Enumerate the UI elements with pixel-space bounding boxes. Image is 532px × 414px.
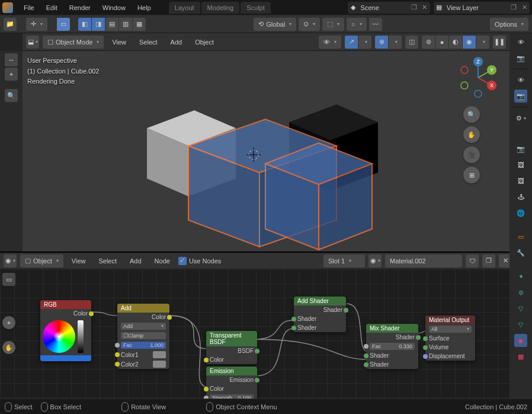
scene-delete-icon[interactable]: ✕ bbox=[419, 4, 430, 11]
vp-ortho-icon[interactable]: ⊞ bbox=[463, 167, 480, 183]
prop-texture-icon[interactable]: ▩ bbox=[514, 350, 527, 363]
prop-particles-icon[interactable]: ✦ bbox=[514, 270, 527, 283]
workspace-modeling[interactable]: Modeling bbox=[201, 2, 240, 14]
shading-rendered-icon[interactable]: ◉ bbox=[463, 36, 476, 49]
xray-toggle-icon[interactable]: ◫ bbox=[405, 36, 418, 49]
ne-menu-select[interactable]: Select bbox=[94, 257, 121, 265]
shading-dropdown-icon[interactable] bbox=[476, 36, 489, 49]
lt-transform-icon[interactable]: ↔ bbox=[5, 53, 18, 66]
prop-constraints-icon[interactable]: ▽ bbox=[514, 302, 527, 315]
vp-menu-object[interactable]: Object bbox=[190, 39, 219, 46]
node-mix-shader[interactable]: Mix Shader Shader Fac0.330 Shader Shader bbox=[366, 324, 418, 369]
snap-dropdown[interactable]: ⬚ bbox=[322, 18, 344, 31]
cursor-tool-dropdown[interactable]: ✛ bbox=[26, 18, 47, 31]
outliner-eye2-icon[interactable]: 👁 bbox=[514, 74, 527, 87]
prop-object-icon[interactable]: ▭ bbox=[514, 230, 527, 243]
workspace-layout[interactable]: Layout bbox=[169, 2, 200, 14]
select-invert-icon[interactable]: ▥ bbox=[119, 18, 132, 31]
prop-physics-icon[interactable]: ⊚ bbox=[514, 286, 527, 299]
node-material-output[interactable]: Material Output All Surface Volume Displ… bbox=[425, 316, 475, 361]
ne-pan-icon[interactable]: ✋ bbox=[2, 341, 15, 354]
ne-menu-node[interactable]: Node bbox=[150, 257, 175, 265]
overlays-dropdown-icon[interactable] bbox=[389, 36, 402, 49]
node-rgb[interactable]: RGB Color bbox=[40, 300, 91, 361]
ne-add-icon[interactable]: + bbox=[2, 316, 15, 329]
viewport-3d[interactable]: User Perspective (1) Collection | Cube.0… bbox=[23, 51, 509, 251]
menu-render[interactable]: Render bbox=[63, 4, 97, 11]
prop-data-icon[interactable]: ▽ bbox=[514, 318, 527, 331]
misc-toggle-icon[interactable]: 〰 bbox=[369, 18, 382, 31]
select-extend-icon[interactable]: ◨ bbox=[92, 18, 105, 31]
prop-world-icon[interactable]: 🌐 bbox=[514, 206, 527, 219]
prop-render-icon[interactable]: 📷 bbox=[514, 142, 527, 155]
fake-user-icon[interactable]: 🛡 bbox=[466, 254, 479, 267]
vp-zoom-icon[interactable]: 🔍 bbox=[463, 106, 480, 123]
vp-camera-icon[interactable]: 🎥 bbox=[463, 147, 480, 163]
ne-shader-type[interactable]: ▢ Object bbox=[20, 254, 63, 267]
node-editor[interactable]: ▭ + ✋ RGB Color Add Color Add ☐ Clamp Fa… bbox=[0, 269, 509, 414]
use-nodes-toggle[interactable]: ✓ Use Nodes bbox=[178, 257, 221, 265]
ne-editor-type-icon[interactable]: ◉ bbox=[4, 254, 17, 267]
node-add-shader[interactable]: Add Shader Shader Shader Shader bbox=[294, 297, 346, 332]
prop-viewlayer-icon[interactable]: 🖼 bbox=[514, 174, 527, 187]
outliner-camera-icon[interactable]: 📷 bbox=[514, 52, 527, 65]
scene-name[interactable]: Scene bbox=[358, 4, 409, 11]
output-target-dropdown[interactable]: All bbox=[429, 326, 472, 333]
orientation-dropdown[interactable]: ⟲ Global bbox=[254, 18, 296, 31]
menu-help[interactable]: Help bbox=[132, 4, 157, 11]
pause-render-icon[interactable]: ❚❚ bbox=[493, 36, 506, 49]
viewlayer-name[interactable]: View Layer bbox=[444, 4, 508, 11]
rgb-swatch[interactable] bbox=[40, 355, 91, 361]
node-add-color[interactable]: Add Color Add ☐ Clamp Fac1.000 Color1 Co… bbox=[117, 304, 169, 369]
viewlayer-new-icon[interactable]: ❐ bbox=[508, 4, 519, 11]
shading-matpreview-icon[interactable]: ◐ bbox=[449, 36, 462, 49]
vp-menu-select[interactable]: Select bbox=[134, 39, 162, 46]
menu-edit[interactable]: Edit bbox=[40, 4, 63, 11]
mode-dropdown[interactable]: ▢ Object Mode bbox=[43, 36, 104, 49]
shading-solid-icon[interactable]: ● bbox=[435, 36, 448, 49]
gizmo-toggle-icon[interactable]: ↗ bbox=[345, 36, 358, 49]
workspace-sculpting[interactable]: Sculpt bbox=[241, 2, 271, 14]
outliner-camera2-icon[interactable]: 📷 bbox=[514, 90, 527, 103]
color1-swatch[interactable] bbox=[153, 351, 166, 358]
viewlayer-browse-icon[interactable]: ▦ bbox=[434, 4, 444, 11]
lt-cursor-icon[interactable]: ⌖ bbox=[5, 68, 18, 81]
new-material-icon[interactable]: ❐ bbox=[482, 254, 495, 267]
node-emission[interactable]: Emission Emission Color Strength0.100 bbox=[206, 367, 257, 403]
color2-swatch[interactable] bbox=[153, 361, 166, 368]
outliner-eye-icon[interactable]: 👁 bbox=[514, 36, 527, 49]
axis-gizmo[interactable]: X Y Z bbox=[457, 57, 499, 98]
pivot-dropdown[interactable]: ⊙ bbox=[299, 18, 320, 31]
ne-menu-view[interactable]: View bbox=[67, 257, 91, 265]
vp-pan-icon[interactable]: ✋ bbox=[463, 126, 480, 143]
scene-browse-icon[interactable]: ◆ bbox=[348, 4, 358, 11]
mix-fac-input[interactable]: Fac0.330 bbox=[370, 343, 415, 350]
editor-type-icon[interactable]: ⬓ bbox=[26, 36, 39, 49]
material-name-input[interactable]: Material.002 bbox=[385, 254, 462, 267]
ne-menu-add[interactable]: Add bbox=[125, 257, 146, 265]
visibility-dropdown[interactable]: 👁 bbox=[319, 36, 341, 49]
overlays-toggle-icon[interactable]: ⊕ bbox=[375, 36, 388, 49]
shading-wireframe-icon[interactable]: ⊚ bbox=[422, 36, 435, 49]
proportional-dropdown[interactable]: ○ bbox=[347, 18, 367, 31]
menu-file[interactable]: File bbox=[18, 4, 40, 11]
prop-material-icon[interactable]: ◉ bbox=[514, 334, 527, 347]
node-transparent-bsdf[interactable]: Transparent BSDF BSDF Color bbox=[206, 331, 257, 364]
options-dropdown[interactable]: Options bbox=[490, 18, 528, 31]
slot-dropdown[interactable]: Slot 1 bbox=[323, 254, 365, 267]
viewlayer-delete-icon[interactable]: ✕ bbox=[519, 4, 530, 11]
vp-menu-add[interactable]: Add bbox=[166, 39, 187, 46]
blend-mode-dropdown[interactable]: Add bbox=[121, 323, 166, 330]
material-browse-icon[interactable]: ◉ bbox=[368, 254, 382, 267]
fac-input[interactable]: Fac1.000 bbox=[121, 342, 166, 349]
select-subtract-icon[interactable]: ▤ bbox=[105, 18, 118, 31]
prop-scene-icon[interactable]: 🕹 bbox=[514, 190, 527, 203]
color-wheel[interactable] bbox=[43, 320, 75, 353]
ne-tool-annotate-icon[interactable]: ▭ bbox=[2, 273, 15, 286]
clamp-toggle[interactable]: ☐ Clamp bbox=[121, 332, 166, 339]
filter-icon[interactable]: ⚙ bbox=[514, 112, 527, 125]
prop-modifier-icon[interactable]: 🔧 bbox=[514, 246, 527, 259]
value-slider[interactable] bbox=[78, 320, 84, 353]
menu-window[interactable]: Window bbox=[97, 4, 132, 11]
select-set-icon[interactable]: ◧ bbox=[78, 18, 91, 31]
